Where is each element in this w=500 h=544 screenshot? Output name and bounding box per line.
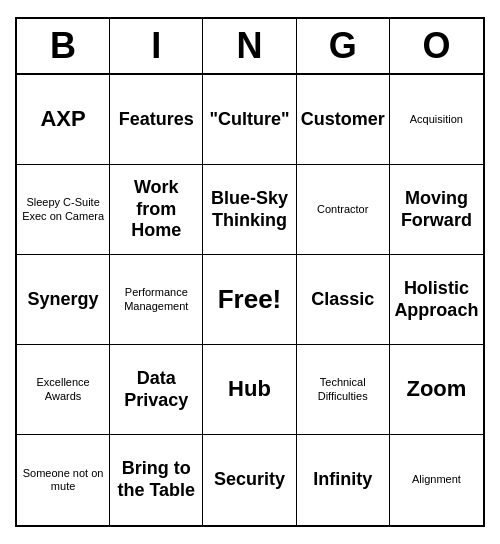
header-letter: B xyxy=(17,19,110,73)
bingo-cell: Free! xyxy=(203,255,296,345)
bingo-cell: AXP xyxy=(17,75,110,165)
bingo-cell: Alignment xyxy=(390,435,483,525)
bingo-cell: Contractor xyxy=(297,165,390,255)
bingo-cell: Zoom xyxy=(390,345,483,435)
bingo-cell: Work from Home xyxy=(110,165,203,255)
bingo-cell: Bring to the Table xyxy=(110,435,203,525)
bingo-cell: Data Privacy xyxy=(110,345,203,435)
bingo-cell: Sleepy C-Suite Exec on Camera xyxy=(17,165,110,255)
bingo-cell: Customer xyxy=(297,75,390,165)
bingo-cell: Security xyxy=(203,435,296,525)
header-letter: O xyxy=(390,19,483,73)
header-letter: N xyxy=(203,19,296,73)
bingo-cell: Performance Management xyxy=(110,255,203,345)
bingo-cell: "Culture" xyxy=(203,75,296,165)
bingo-cell: Holistic Approach xyxy=(390,255,483,345)
bingo-cell: Classic xyxy=(297,255,390,345)
header-letter: G xyxy=(297,19,390,73)
bingo-cell: Excellence Awards xyxy=(17,345,110,435)
bingo-cell: Infinity xyxy=(297,435,390,525)
bingo-cell: Moving Forward xyxy=(390,165,483,255)
bingo-cell: Hub xyxy=(203,345,296,435)
bingo-cell: Technical Difficulties xyxy=(297,345,390,435)
bingo-header: BINGO xyxy=(17,19,483,75)
bingo-cell: Someone not on mute xyxy=(17,435,110,525)
bingo-cell: Synergy xyxy=(17,255,110,345)
bingo-cell: Blue-Sky Thinking xyxy=(203,165,296,255)
bingo-cell: Acquisition xyxy=(390,75,483,165)
bingo-card: BINGO AXPFeatures"Culture"CustomerAcquis… xyxy=(15,17,485,527)
bingo-grid: AXPFeatures"Culture"CustomerAcquisitionS… xyxy=(17,75,483,525)
header-letter: I xyxy=(110,19,203,73)
bingo-cell: Features xyxy=(110,75,203,165)
